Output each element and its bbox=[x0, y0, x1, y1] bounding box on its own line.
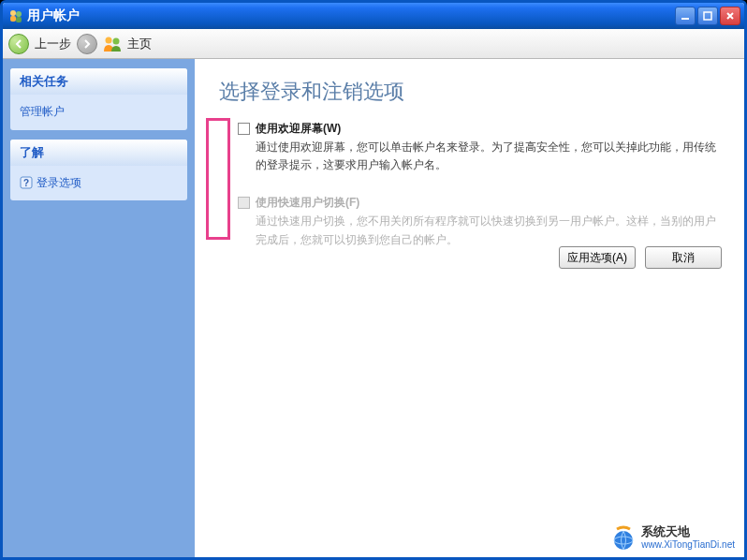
option-desc: 通过使用欢迎屏幕，您可以单击帐户名来登录。为了提高安全性，您可以关掉此功能，用传… bbox=[256, 139, 720, 174]
watermark-text: 系统天地 www.XiTongTianDi.net bbox=[641, 525, 735, 549]
page-title: 选择登录和注销选项 bbox=[219, 78, 720, 106]
svg-point-1 bbox=[16, 11, 22, 17]
button-label: 应用选项(A) bbox=[567, 250, 627, 266]
window-title: 用户帐户 bbox=[27, 7, 675, 24]
titlebar: 用户帐户 bbox=[3, 3, 744, 29]
panel-related-tasks: 相关任务 管理帐户 bbox=[10, 68, 187, 130]
maximize-button[interactable] bbox=[697, 7, 718, 25]
window: 用户帐户 上一步 主页 相关任务 管理帐户 bbox=[0, 0, 747, 560]
option-title: 使用欢迎屏幕(W) bbox=[256, 121, 720, 137]
forward-button[interactable] bbox=[77, 34, 97, 54]
panel-body: ? 登录选项 bbox=[10, 166, 187, 201]
toolbar: 上一步 主页 bbox=[3, 29, 744, 59]
panel-head: 相关任务 bbox=[10, 68, 187, 95]
arrow-left-icon bbox=[13, 38, 24, 50]
svg-point-6 bbox=[106, 37, 112, 43]
panel-head: 了解 bbox=[10, 140, 187, 166]
panel-body: 管理帐户 bbox=[10, 95, 187, 130]
home-link[interactable]: 主页 bbox=[127, 36, 152, 52]
watermark-name: 系统天地 bbox=[641, 525, 735, 538]
main-pane: 选择登录和注销选项 使用欢迎屏幕(W) 通过使用欢迎屏幕，您可以单击帐户名来登录… bbox=[195, 59, 744, 557]
link-manage-accounts[interactable]: 管理帐户 bbox=[20, 102, 178, 123]
option-fast-user-switch: 使用快速用户切换(F) 通过快速用户切换，您不用关闭所有程序就可以快速切换到另一… bbox=[206, 195, 720, 248]
option-welcome-screen: 使用欢迎屏幕(W) 通过使用欢迎屏幕，您可以单击帐户名来登录。为了提高安全性，您… bbox=[206, 121, 720, 174]
button-row: 应用选项(A) 取消 bbox=[559, 246, 722, 269]
arrow-right-icon bbox=[81, 38, 93, 50]
checkbox-fast-user-switch bbox=[238, 197, 250, 209]
panel-learn: 了解 ? 登录选项 bbox=[10, 140, 187, 201]
link-label: 登录选项 bbox=[37, 173, 81, 194]
cancel-button[interactable]: 取消 bbox=[645, 246, 722, 269]
svg-rect-3 bbox=[16, 17, 22, 22]
svg-point-0 bbox=[10, 10, 16, 16]
svg-rect-2 bbox=[10, 16, 16, 22]
sidebar: 相关任务 管理帐户 了解 ? 登录选项 bbox=[3, 59, 195, 557]
help-icon: ? bbox=[20, 176, 33, 189]
close-button[interactable] bbox=[720, 7, 740, 25]
svg-point-10 bbox=[614, 531, 633, 550]
minimize-button[interactable] bbox=[675, 7, 696, 25]
globe-icon bbox=[609, 523, 637, 552]
content-area: 相关任务 管理帐户 了解 ? 登录选项 bbox=[3, 59, 744, 557]
link-login-options[interactable]: ? 登录选项 bbox=[20, 173, 178, 194]
option-text: 使用快速用户切换(F) 通过快速用户切换，您不用关闭所有程序就可以快速切换到另一… bbox=[256, 195, 720, 248]
svg-rect-5 bbox=[704, 12, 711, 20]
option-text: 使用欢迎屏幕(W) 通过使用欢迎屏幕，您可以单击帐户名来登录。为了提高安全性，您… bbox=[256, 121, 720, 174]
back-button[interactable] bbox=[8, 34, 29, 54]
back-label: 上一步 bbox=[35, 36, 71, 52]
link-label: 管理帐户 bbox=[20, 102, 65, 123]
svg-text:?: ? bbox=[23, 178, 29, 188]
users-icon bbox=[103, 36, 122, 52]
app-icon bbox=[8, 8, 23, 23]
window-controls bbox=[675, 7, 740, 25]
apply-button[interactable]: 应用选项(A) bbox=[559, 246, 636, 269]
button-label: 取消 bbox=[672, 250, 695, 266]
svg-rect-4 bbox=[681, 18, 689, 20]
option-desc: 通过快速用户切换，您不用关闭所有程序就可以快速切换到另一用户帐户。这样，当别的用… bbox=[256, 213, 720, 248]
watermark-url: www.XiTongTianDi.net bbox=[641, 539, 735, 550]
svg-point-7 bbox=[113, 37, 120, 44]
watermark: 系统天地 www.XiTongTianDi.net bbox=[609, 523, 735, 552]
checkbox-welcome-screen[interactable] bbox=[238, 123, 250, 135]
option-title: 使用快速用户切换(F) bbox=[256, 195, 720, 211]
